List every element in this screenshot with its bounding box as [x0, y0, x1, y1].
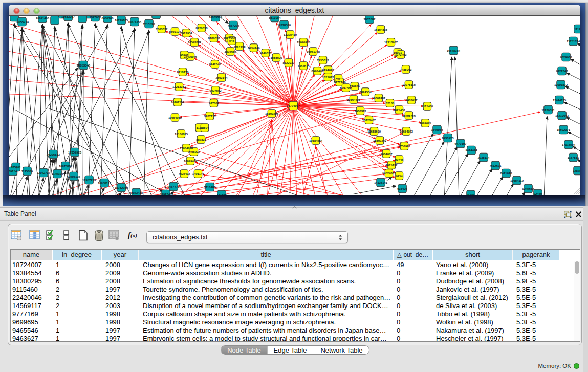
svg-text:2887682: 2887682 — [364, 18, 376, 21]
svg-text:9227342: 9227342 — [556, 70, 569, 73]
svg-text:16210643: 16210643 — [555, 114, 569, 117]
svg-text:1973493: 1973493 — [395, 53, 407, 56]
svg-text:1292343: 1292343 — [160, 193, 172, 195]
svg-text:19654923: 19654923 — [400, 130, 413, 133]
svg-text:7625402: 7625402 — [179, 172, 191, 176]
svg-text:546: 546 — [229, 39, 235, 42]
svg-text:10807487: 10807487 — [372, 97, 386, 100]
svg-text:16961758: 16961758 — [307, 50, 320, 53]
svg-text:1167531: 1167531 — [568, 156, 579, 159]
svg-text:917004: 917004 — [209, 102, 219, 105]
svg-text:92450: 92450 — [534, 192, 542, 195]
svg-text:2967608: 2967608 — [234, 45, 246, 48]
svg-text:16648784: 16648784 — [447, 49, 461, 52]
svg-text:18807249: 18807249 — [373, 139, 387, 142]
svg-text:6794028: 6794028 — [322, 69, 335, 72]
svg-text:1145194: 1145194 — [52, 172, 63, 176]
svg-text:7857224: 7857224 — [228, 24, 240, 27]
svg-text:1621072: 1621072 — [322, 76, 335, 79]
svg-text:14136141: 14136141 — [374, 181, 388, 184]
svg-text:16543382: 16543382 — [188, 41, 202, 44]
svg-text:14524861: 14524861 — [382, 172, 396, 175]
svg-text:11139391: 11139391 — [541, 108, 555, 112]
svg-text:12505135: 12505135 — [67, 175, 81, 178]
svg-text:10654112: 10654112 — [510, 179, 524, 182]
svg-text:1588520: 1588520 — [271, 56, 283, 59]
svg-text:7632621: 7632621 — [490, 164, 502, 167]
svg-text:20053346: 20053346 — [77, 64, 91, 67]
svg-text:18300295: 18300295 — [265, 112, 279, 115]
svg-text:6479197: 6479197 — [455, 142, 467, 145]
svg-text:8938923: 8938923 — [442, 137, 454, 140]
svg-text:9115460: 9115460 — [422, 105, 433, 108]
svg-text:39154: 39154 — [9, 170, 17, 173]
svg-text:19166825: 19166825 — [175, 133, 188, 136]
svg-text:7515526: 7515526 — [143, 23, 156, 26]
svg-text:9699695: 9699695 — [420, 122, 432, 125]
svg-text:8454749: 8454749 — [248, 47, 260, 50]
svg-text:53594: 53594 — [201, 126, 209, 129]
svg-text:10688609: 10688609 — [367, 130, 381, 133]
svg-text:19384554: 19384554 — [309, 139, 323, 142]
svg-text:2718176: 2718176 — [177, 71, 189, 74]
svg-text:9474444: 9474444 — [466, 149, 478, 152]
svg-text:1491144: 1491144 — [192, 172, 204, 176]
svg-text:12093872: 12093872 — [554, 83, 568, 86]
svg-text:12444155: 12444155 — [553, 99, 567, 102]
svg-text:90746: 90746 — [395, 158, 404, 161]
svg-text:19654985: 19654985 — [168, 116, 182, 119]
svg-text:6466160: 6466160 — [102, 17, 114, 20]
svg-text:8471676: 8471676 — [500, 172, 513, 175]
svg-text:9242848: 9242848 — [209, 63, 222, 66]
svg-text:20691406: 20691406 — [36, 17, 50, 20]
svg-text:12923438: 12923438 — [129, 191, 143, 194]
svg-text:9254: 9254 — [396, 174, 403, 178]
svg-text:3267110: 3267110 — [204, 115, 216, 118]
svg-text:45: 45 — [337, 77, 340, 80]
svg-text:98961: 98961 — [180, 54, 189, 57]
svg-text:12213967: 12213967 — [384, 41, 398, 44]
svg-text:9777169: 9777169 — [334, 81, 346, 84]
svg-text:9427552: 9427552 — [210, 89, 222, 92]
svg-text:14055714: 14055714 — [15, 20, 29, 24]
svg-text:1327602: 1327602 — [90, 16, 102, 19]
svg-text:7955812: 7955812 — [317, 59, 330, 62]
svg-text:887833: 887833 — [196, 138, 206, 141]
svg-text:20206533: 20206533 — [47, 153, 60, 156]
svg-text:8322037: 8322037 — [283, 61, 295, 64]
svg-text:3716485: 3716485 — [204, 186, 216, 189]
svg-text:9245652: 9245652 — [522, 187, 535, 190]
svg-text:746266: 746266 — [350, 85, 360, 88]
svg-text:9245: 9245 — [467, 193, 474, 195]
svg-text:1498222: 1498222 — [188, 150, 201, 154]
svg-text:12942737: 12942737 — [37, 171, 51, 174]
svg-text:2803144: 2803144 — [216, 76, 228, 79]
svg-text:10975887: 10975887 — [59, 165, 73, 168]
svg-text:15692971: 15692971 — [557, 128, 571, 132]
svg-text:9329966: 9329966 — [560, 56, 573, 59]
svg-text:16033809: 16033809 — [209, 16, 223, 19]
svg-text:185061: 185061 — [11, 166, 21, 169]
svg-text:1640954: 1640954 — [431, 128, 444, 132]
svg-text:12975115: 12975115 — [402, 83, 416, 86]
svg-text:16107554: 16107554 — [171, 101, 185, 104]
svg-text:17359928: 17359928 — [68, 151, 82, 154]
svg-text:9146821: 9146821 — [260, 52, 272, 55]
svg-text:3875685: 3875685 — [225, 50, 237, 53]
svg-text:15720407: 15720407 — [362, 119, 376, 122]
svg-text:16099489: 16099489 — [184, 160, 198, 163]
svg-text:9756928: 9756928 — [399, 145, 411, 148]
svg-text:1115689: 1115689 — [21, 170, 33, 173]
svg-text:3824554: 3824554 — [360, 91, 372, 94]
svg-text:16154838: 16154838 — [374, 28, 388, 31]
svg-text:17957253: 17957253 — [82, 179, 96, 182]
svg-text:1025458: 1025458 — [394, 108, 406, 112]
svg-text:10719185: 10719185 — [115, 19, 128, 22]
svg-text:12213383: 12213383 — [172, 85, 186, 89]
svg-text:10633267: 10633267 — [61, 16, 75, 18]
svg-text:7663822: 7663822 — [156, 28, 168, 31]
svg-text:1615132: 1615132 — [386, 164, 398, 167]
svg-text:933426: 933426 — [397, 187, 407, 190]
svg-text:8226058: 8226058 — [196, 27, 208, 30]
svg-text:19218506: 19218506 — [277, 24, 291, 27]
